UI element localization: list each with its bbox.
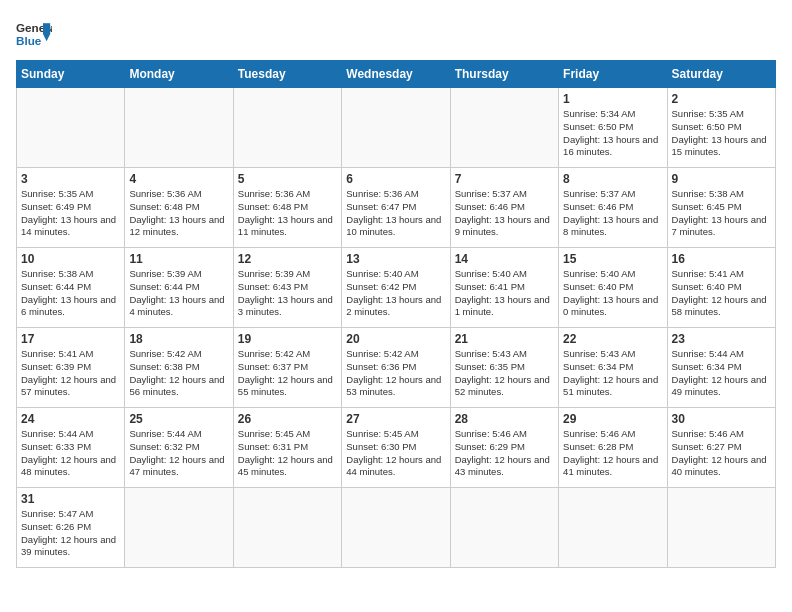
day-number: 5 [238,172,337,186]
day-number: 30 [672,412,771,426]
day-number: 16 [672,252,771,266]
calendar-cell [233,488,341,568]
calendar-cell: 22Sunrise: 5:43 AM Sunset: 6:34 PM Dayli… [559,328,667,408]
calendar-cell: 21Sunrise: 5:43 AM Sunset: 6:35 PM Dayli… [450,328,558,408]
calendar-header: SundayMondayTuesdayWednesdayThursdayFrid… [17,61,776,88]
calendar-cell [667,488,775,568]
header-monday: Monday [125,61,233,88]
day-info: Sunrise: 5:40 AM Sunset: 6:42 PM Dayligh… [346,268,445,319]
calendar-cell: 31Sunrise: 5:47 AM Sunset: 6:26 PM Dayli… [17,488,125,568]
calendar-cell: 8Sunrise: 5:37 AM Sunset: 6:46 PM Daylig… [559,168,667,248]
calendar-cell: 12Sunrise: 5:39 AM Sunset: 6:43 PM Dayli… [233,248,341,328]
week-row-4: 17Sunrise: 5:41 AM Sunset: 6:39 PM Dayli… [17,328,776,408]
day-info: Sunrise: 5:36 AM Sunset: 6:48 PM Dayligh… [238,188,337,239]
day-number: 18 [129,332,228,346]
header-friday: Friday [559,61,667,88]
week-row-2: 3Sunrise: 5:35 AM Sunset: 6:49 PM Daylig… [17,168,776,248]
page-header: General Blue [16,16,776,52]
header-wednesday: Wednesday [342,61,450,88]
calendar-cell: 14Sunrise: 5:40 AM Sunset: 6:41 PM Dayli… [450,248,558,328]
calendar-cell: 18Sunrise: 5:42 AM Sunset: 6:38 PM Dayli… [125,328,233,408]
day-info: Sunrise: 5:47 AM Sunset: 6:26 PM Dayligh… [21,508,120,559]
day-number: 17 [21,332,120,346]
day-number: 4 [129,172,228,186]
calendar-cell [125,488,233,568]
day-number: 10 [21,252,120,266]
day-number: 25 [129,412,228,426]
calendar-cell: 27Sunrise: 5:45 AM Sunset: 6:30 PM Dayli… [342,408,450,488]
calendar-cell: 29Sunrise: 5:46 AM Sunset: 6:28 PM Dayli… [559,408,667,488]
calendar-cell: 1Sunrise: 5:34 AM Sunset: 6:50 PM Daylig… [559,88,667,168]
day-number: 1 [563,92,662,106]
day-info: Sunrise: 5:35 AM Sunset: 6:50 PM Dayligh… [672,108,771,159]
calendar-cell [342,488,450,568]
days-of-week-row: SundayMondayTuesdayWednesdayThursdayFrid… [17,61,776,88]
day-number: 3 [21,172,120,186]
day-number: 19 [238,332,337,346]
day-info: Sunrise: 5:41 AM Sunset: 6:40 PM Dayligh… [672,268,771,319]
calendar-cell: 3Sunrise: 5:35 AM Sunset: 6:49 PM Daylig… [17,168,125,248]
day-info: Sunrise: 5:46 AM Sunset: 6:27 PM Dayligh… [672,428,771,479]
header-tuesday: Tuesday [233,61,341,88]
calendar-cell: 16Sunrise: 5:41 AM Sunset: 6:40 PM Dayli… [667,248,775,328]
day-info: Sunrise: 5:45 AM Sunset: 6:31 PM Dayligh… [238,428,337,479]
day-number: 2 [672,92,771,106]
day-number: 20 [346,332,445,346]
day-info: Sunrise: 5:39 AM Sunset: 6:44 PM Dayligh… [129,268,228,319]
calendar-cell [450,88,558,168]
day-number: 26 [238,412,337,426]
calendar-cell: 17Sunrise: 5:41 AM Sunset: 6:39 PM Dayli… [17,328,125,408]
day-number: 21 [455,332,554,346]
day-info: Sunrise: 5:37 AM Sunset: 6:46 PM Dayligh… [455,188,554,239]
calendar-cell: 11Sunrise: 5:39 AM Sunset: 6:44 PM Dayli… [125,248,233,328]
calendar-cell [17,88,125,168]
day-info: Sunrise: 5:42 AM Sunset: 6:38 PM Dayligh… [129,348,228,399]
calendar-table: SundayMondayTuesdayWednesdayThursdayFrid… [16,60,776,568]
day-info: Sunrise: 5:42 AM Sunset: 6:36 PM Dayligh… [346,348,445,399]
day-info: Sunrise: 5:46 AM Sunset: 6:29 PM Dayligh… [455,428,554,479]
calendar-cell [559,488,667,568]
calendar-cell: 2Sunrise: 5:35 AM Sunset: 6:50 PM Daylig… [667,88,775,168]
day-info: Sunrise: 5:38 AM Sunset: 6:44 PM Dayligh… [21,268,120,319]
day-number: 28 [455,412,554,426]
day-info: Sunrise: 5:39 AM Sunset: 6:43 PM Dayligh… [238,268,337,319]
day-number: 23 [672,332,771,346]
logo: General Blue [16,16,52,52]
day-number: 11 [129,252,228,266]
day-info: Sunrise: 5:41 AM Sunset: 6:39 PM Dayligh… [21,348,120,399]
day-number: 24 [21,412,120,426]
calendar-cell: 15Sunrise: 5:40 AM Sunset: 6:40 PM Dayli… [559,248,667,328]
day-info: Sunrise: 5:45 AM Sunset: 6:30 PM Dayligh… [346,428,445,479]
header-saturday: Saturday [667,61,775,88]
header-thursday: Thursday [450,61,558,88]
calendar-cell [342,88,450,168]
calendar-cell: 10Sunrise: 5:38 AM Sunset: 6:44 PM Dayli… [17,248,125,328]
day-number: 8 [563,172,662,186]
day-number: 7 [455,172,554,186]
day-number: 9 [672,172,771,186]
day-number: 12 [238,252,337,266]
svg-marker-2 [43,23,50,34]
calendar-cell: 9Sunrise: 5:38 AM Sunset: 6:45 PM Daylig… [667,168,775,248]
week-row-3: 10Sunrise: 5:38 AM Sunset: 6:44 PM Dayli… [17,248,776,328]
calendar-cell: 4Sunrise: 5:36 AM Sunset: 6:48 PM Daylig… [125,168,233,248]
calendar-cell: 25Sunrise: 5:44 AM Sunset: 6:32 PM Dayli… [125,408,233,488]
calendar-cell: 19Sunrise: 5:42 AM Sunset: 6:37 PM Dayli… [233,328,341,408]
calendar-cell: 5Sunrise: 5:36 AM Sunset: 6:48 PM Daylig… [233,168,341,248]
day-number: 14 [455,252,554,266]
week-row-6: 31Sunrise: 5:47 AM Sunset: 6:26 PM Dayli… [17,488,776,568]
day-number: 31 [21,492,120,506]
week-row-5: 24Sunrise: 5:44 AM Sunset: 6:33 PM Dayli… [17,408,776,488]
day-number: 29 [563,412,662,426]
calendar-body: 1Sunrise: 5:34 AM Sunset: 6:50 PM Daylig… [17,88,776,568]
calendar-cell: 28Sunrise: 5:46 AM Sunset: 6:29 PM Dayli… [450,408,558,488]
header-sunday: Sunday [17,61,125,88]
calendar-cell: 7Sunrise: 5:37 AM Sunset: 6:46 PM Daylig… [450,168,558,248]
day-info: Sunrise: 5:37 AM Sunset: 6:46 PM Dayligh… [563,188,662,239]
day-info: Sunrise: 5:36 AM Sunset: 6:48 PM Dayligh… [129,188,228,239]
day-info: Sunrise: 5:38 AM Sunset: 6:45 PM Dayligh… [672,188,771,239]
day-info: Sunrise: 5:44 AM Sunset: 6:34 PM Dayligh… [672,348,771,399]
day-info: Sunrise: 5:40 AM Sunset: 6:40 PM Dayligh… [563,268,662,319]
day-number: 6 [346,172,445,186]
day-info: Sunrise: 5:46 AM Sunset: 6:28 PM Dayligh… [563,428,662,479]
